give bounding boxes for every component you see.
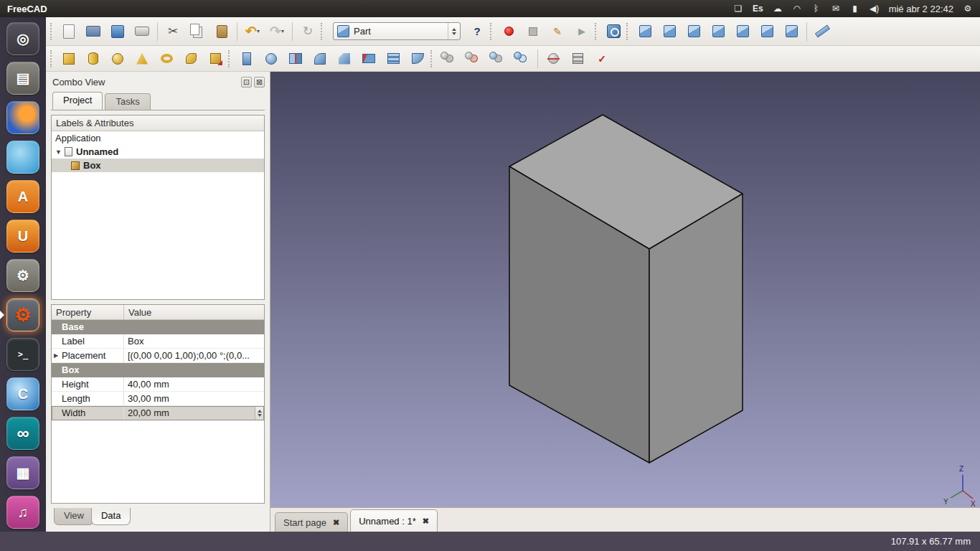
battery-indicator[interactable]: ▮ bbox=[850, 1, 860, 16]
launcher-item-files[interactable]: ▤ bbox=[6, 62, 39, 95]
launcher-item-c-app[interactable]: C bbox=[6, 377, 39, 410]
undo-button[interactable]: ↶ ▾ bbox=[241, 21, 264, 42]
left-view-button[interactable] bbox=[780, 21, 803, 42]
bottom-view-button[interactable] bbox=[755, 21, 778, 42]
property-value[interactable]: 40,00 mm bbox=[124, 379, 264, 390]
network-indicator[interactable]: ◠ bbox=[792, 1, 802, 16]
keyboard-indicator[interactable]: Es bbox=[753, 1, 763, 16]
macro-record-button[interactable] bbox=[497, 21, 520, 42]
mail-indicator[interactable]: ✉ bbox=[831, 1, 841, 16]
check-geometry-button[interactable]: ✓ bbox=[590, 48, 613, 70]
toolbar-drag-handle[interactable] bbox=[50, 23, 55, 40]
toolbar-drag-handle[interactable] bbox=[595, 23, 599, 40]
property-value[interactable]: Box bbox=[124, 336, 264, 347]
launcher-item-arduino[interactable]: ∞ bbox=[6, 417, 39, 450]
close-button[interactable]: ⊠ bbox=[254, 77, 265, 88]
toolbar-drag-handle[interactable] bbox=[228, 50, 232, 67]
revolve-button[interactable] bbox=[260, 48, 283, 70]
boolean-button[interactable] bbox=[438, 48, 461, 70]
property-group-box[interactable]: Box bbox=[52, 363, 264, 377]
property-expander[interactable]: ▶ bbox=[52, 352, 60, 359]
axonometric-view-button[interactable] bbox=[633, 21, 656, 42]
tree-item-box[interactable]: Box bbox=[52, 159, 264, 172]
macro-edit-button[interactable]: ✎ bbox=[546, 21, 569, 42]
measure-distance-button[interactable] bbox=[811, 21, 834, 42]
launcher-item-media[interactable]: ♫ bbox=[6, 496, 39, 529]
tab-unnamed-document[interactable]: Unnamed : 1* ✖ bbox=[350, 509, 438, 532]
open-document-button[interactable] bbox=[82, 21, 105, 42]
tab-project[interactable]: Project bbox=[52, 92, 103, 110]
sphere-button[interactable] bbox=[106, 48, 129, 70]
torus-button[interactable] bbox=[155, 48, 178, 70]
toolbar-drag-handle[interactable] bbox=[321, 23, 325, 40]
tab-tasks[interactable]: Tasks bbox=[105, 93, 150, 110]
whats-this-button[interactable]: ? bbox=[466, 21, 489, 42]
create-primitives-button[interactable] bbox=[179, 48, 202, 70]
copy-button[interactable] bbox=[186, 21, 209, 42]
macro-stop-button[interactable] bbox=[522, 21, 545, 42]
extrude-button[interactable] bbox=[235, 48, 258, 70]
property-row-label[interactable]: Label Box bbox=[52, 334, 264, 349]
print-button[interactable] bbox=[131, 21, 154, 42]
launcher-item-system-settings[interactable]: ⚙ bbox=[6, 259, 39, 292]
toolbar-drag-handle[interactable] bbox=[50, 50, 55, 67]
session-indicator[interactable]: ⚙ bbox=[963, 1, 973, 16]
float-button[interactable]: ⊡ bbox=[241, 77, 252, 88]
tree-expander[interactable]: ▼ bbox=[55, 149, 65, 156]
toolbar-drag-handle[interactable] bbox=[490, 23, 494, 40]
tab-close-button[interactable]: ✖ bbox=[333, 518, 339, 527]
rear-view-button[interactable] bbox=[731, 21, 754, 42]
launcher-item-software-center[interactable]: A bbox=[6, 180, 39, 213]
launcher-item-browser[interactable] bbox=[6, 141, 39, 174]
launcher-item-ubuntu-one[interactable]: U bbox=[6, 220, 39, 253]
property-row-width[interactable]: Width 20,00 mm bbox=[52, 406, 264, 420]
paste-button[interactable] bbox=[210, 21, 233, 42]
dropdown-caret-icon[interactable]: ▾ bbox=[281, 28, 284, 34]
value-spinner[interactable] bbox=[255, 406, 264, 420]
launcher-item-terminal[interactable]: >_ bbox=[6, 338, 39, 371]
front-view-button[interactable] bbox=[658, 21, 681, 42]
right-view-button[interactable] bbox=[707, 21, 730, 42]
property-group-base[interactable]: Base bbox=[52, 320, 264, 334]
ruled-surface-button[interactable] bbox=[357, 48, 380, 70]
section-button[interactable] bbox=[542, 48, 565, 70]
property-row-length[interactable]: Length 30,00 mm bbox=[52, 392, 264, 406]
sync-indicator[interactable]: ☁ bbox=[773, 1, 783, 16]
property-value[interactable]: 30,00 mm bbox=[124, 393, 264, 404]
save-document-button[interactable] bbox=[106, 21, 129, 42]
fillet-button[interactable] bbox=[308, 48, 331, 70]
redo-button[interactable]: ↷ ▾ bbox=[265, 21, 288, 42]
tab-close-button[interactable]: ✖ bbox=[423, 517, 429, 526]
tree-item-application[interactable]: Application bbox=[52, 131, 264, 145]
cut-boolean-button[interactable] bbox=[462, 48, 485, 70]
launcher-item-workspaces[interactable]: ▦ bbox=[6, 456, 39, 489]
refresh-button[interactable]: ↻ bbox=[296, 21, 319, 42]
toolbar-drag-handle[interactable] bbox=[626, 23, 631, 40]
tab-data[interactable]: Data bbox=[91, 508, 131, 525]
launcher-item-freecad[interactable]: ⚙ bbox=[6, 298, 39, 331]
top-view-button[interactable] bbox=[682, 21, 705, 42]
launcher-item-dash[interactable]: ◎ bbox=[6, 22, 39, 55]
fit-all-button[interactable] bbox=[602, 21, 625, 42]
workbench-selector[interactable]: Part bbox=[333, 22, 461, 40]
cross-sections-button[interactable] bbox=[566, 48, 589, 70]
tree-item-unnamed[interactable]: ▼ Unnamed bbox=[52, 145, 264, 159]
box-button[interactable] bbox=[57, 48, 80, 70]
workbench-selector-arrows[interactable] bbox=[448, 23, 456, 39]
3d-viewport[interactable]: Z Y X bbox=[270, 72, 980, 507]
tab-view[interactable]: View bbox=[54, 508, 94, 525]
union-button[interactable] bbox=[486, 48, 509, 70]
launcher-item-firefox[interactable] bbox=[6, 101, 39, 134]
clock-indicator[interactable]: mié abr 2 22:42 bbox=[889, 1, 953, 16]
cut-button[interactable]: ✂ bbox=[161, 21, 184, 42]
dropdown-caret-icon[interactable]: ▾ bbox=[257, 28, 260, 34]
property-value[interactable]: 20,00 mm bbox=[124, 408, 255, 418]
show-desktop-indicator[interactable]: ❏ bbox=[733, 1, 743, 16]
bluetooth-indicator[interactable]: ᛒ bbox=[811, 1, 821, 16]
property-value[interactable]: [(0,00 0,00 1,00);0,00 °;(0,0... bbox=[124, 350, 264, 361]
sweep-button[interactable] bbox=[406, 48, 429, 70]
intersection-button[interactable] bbox=[511, 48, 534, 70]
chamfer-button[interactable] bbox=[333, 48, 356, 70]
volume-indicator[interactable]: ◀) bbox=[870, 1, 880, 16]
loft-button[interactable] bbox=[382, 48, 405, 70]
